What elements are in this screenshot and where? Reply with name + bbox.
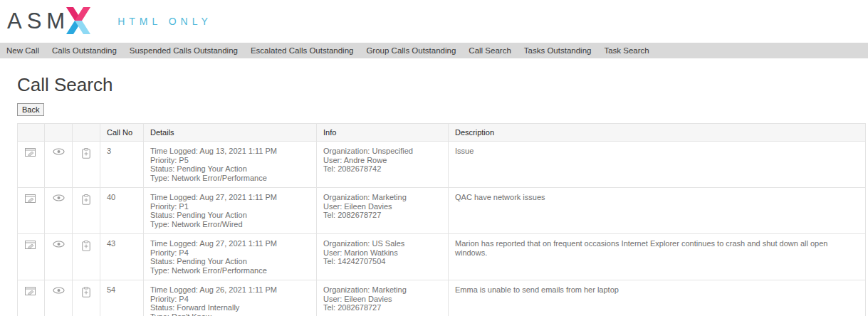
description-text: Emma is unable to send emails from her l… bbox=[455, 285, 859, 295]
logo-x-icon bbox=[66, 7, 90, 37]
nav-item-escalated-calls-outstanding[interactable]: Escalated Calls Outstanding bbox=[244, 46, 360, 55]
detail-priority: Priority: P5 bbox=[150, 156, 310, 165]
detail-status: Status: Pending Your Action bbox=[150, 257, 310, 266]
info-organization: Organization: US Sales bbox=[323, 239, 441, 248]
call-details-window-icon[interactable] bbox=[25, 241, 37, 251]
detail-status: Status: Forward Internally bbox=[150, 303, 310, 312]
nav-item-call-search[interactable]: Call Search bbox=[462, 46, 517, 55]
call-details-cell bbox=[18, 142, 45, 188]
call-no-cell: 3 bbox=[100, 142, 144, 188]
column-header-description: Description bbox=[449, 124, 866, 142]
column-header-call-no: Call No bbox=[100, 124, 144, 142]
back-button[interactable]: Back bbox=[17, 103, 44, 116]
info-organization: Organization: Marketing bbox=[323, 193, 441, 202]
detail-time-logged: Time Logged: Aug 26, 2021 1:11 PM bbox=[150, 285, 310, 295]
view-call-cell bbox=[45, 142, 73, 188]
info-organization: Organization: Marketing bbox=[323, 285, 441, 295]
info-user: User: Eileen Davies bbox=[323, 295, 441, 304]
page-title: Call Search bbox=[17, 73, 868, 96]
view-call-cell bbox=[45, 234, 73, 280]
info-cell: Organization: Unspecified User: Andre Ro… bbox=[317, 142, 449, 188]
info-organization: Organization: Unspecified bbox=[323, 147, 441, 156]
info-user: User: Eileen Davies bbox=[323, 202, 441, 211]
nav-item-calls-outstanding[interactable]: Calls Outstanding bbox=[46, 46, 123, 55]
description-text: QAC have network issues bbox=[455, 193, 859, 202]
view-call-cell bbox=[45, 280, 73, 316]
detail-status: Status: Pending Your Action bbox=[150, 164, 310, 174]
add-note-clipboard-plus-icon[interactable] bbox=[82, 241, 90, 251]
app-header: ASM HTML ONLY bbox=[0, 0, 868, 43]
call-no-cell: 54 bbox=[100, 280, 144, 316]
add-note-cell bbox=[73, 142, 100, 188]
detail-time-logged: Time Logged: Aug 27, 2021 1:11 PM bbox=[150, 239, 310, 248]
details-cell: Time Logged: Aug 26, 2021 1:11 PM Priori… bbox=[144, 280, 317, 316]
detail-type: Type: Don't Know bbox=[150, 312, 310, 316]
logo-text: ASM bbox=[7, 0, 70, 43]
info-tel: Tel: 2082678727 bbox=[323, 303, 441, 312]
column-header-info: Info bbox=[317, 124, 449, 142]
info-tel: Tel: 2082678742 bbox=[323, 164, 441, 174]
view-call-cell bbox=[45, 188, 73, 234]
nav-item-task-search[interactable]: Task Search bbox=[597, 46, 655, 55]
nav-item-new-call[interactable]: New Call bbox=[0, 46, 46, 55]
view-eye-icon[interactable] bbox=[53, 194, 65, 201]
info-tel: Tel: 2082678727 bbox=[323, 211, 441, 220]
add-note-clipboard-plus-icon[interactable] bbox=[82, 287, 90, 297]
nav-item-suspended-calls-outstanding[interactable]: Suspended Calls Outstanding bbox=[123, 46, 244, 55]
add-note-clipboard-plus-icon[interactable] bbox=[82, 148, 90, 159]
detail-type: Type: Network Error/Performance bbox=[150, 174, 310, 183]
main-content: Call Search Back Call No Details Info De… bbox=[0, 73, 868, 316]
table-header-row: Call No Details Info Description bbox=[18, 124, 866, 142]
table-row: 54 Time Logged: Aug 26, 2021 1:11 PM Pri… bbox=[18, 280, 866, 316]
detail-priority: Priority: P1 bbox=[150, 202, 310, 211]
call-search-results-table: Call No Details Info Description bbox=[17, 123, 866, 316]
details-cell: Time Logged: Aug 27, 2021 1:11 PM Priori… bbox=[144, 234, 317, 280]
table-row: 3 Time Logged: Aug 13, 2021 1:11 PM Prio… bbox=[18, 142, 866, 188]
call-details-cell bbox=[18, 188, 45, 234]
add-note-cell bbox=[73, 280, 100, 316]
call-details-window-icon[interactable] bbox=[25, 148, 37, 158]
main-nav: New Call Calls Outstanding Suspended Cal… bbox=[0, 43, 868, 58]
info-user: User: Marion Watkins bbox=[323, 248, 441, 258]
column-header-details: Details bbox=[144, 124, 317, 142]
detail-time-logged: Time Logged: Aug 27, 2021 1:11 PM bbox=[150, 193, 310, 202]
info-cell: Organization: US Sales User: Marion Watk… bbox=[317, 234, 449, 280]
detail-type: Type: Network Error/Performance bbox=[150, 266, 310, 275]
detail-type: Type: Network Error/Wired bbox=[150, 220, 310, 229]
call-no-cell: 43 bbox=[100, 234, 144, 280]
detail-status: Status: Pending Your Action bbox=[150, 211, 310, 220]
call-details-window-icon[interactable] bbox=[25, 287, 37, 297]
description-cell: Marion has reported that on frequent occ… bbox=[449, 234, 866, 280]
nav-item-tasks-outstanding[interactable]: Tasks Outstanding bbox=[518, 46, 598, 55]
description-text: Issue bbox=[455, 147, 859, 156]
description-text: Marion has reported that on frequent occ… bbox=[455, 239, 859, 257]
info-cell: Organization: Marketing User: Eileen Dav… bbox=[317, 280, 449, 316]
add-note-cell bbox=[73, 188, 100, 234]
info-user: User: Andre Rowe bbox=[323, 156, 441, 165]
call-no-cell: 40 bbox=[100, 188, 144, 234]
nav-item-group-calls-outstanding[interactable]: Group Calls Outstanding bbox=[360, 46, 462, 55]
add-note-cell bbox=[73, 234, 100, 280]
call-details-cell bbox=[18, 280, 45, 316]
details-cell: Time Logged: Aug 27, 2021 1:11 PM Priori… bbox=[144, 188, 317, 234]
table-row: 40 Time Logged: Aug 27, 2021 1:11 PM Pri… bbox=[18, 188, 866, 234]
add-note-clipboard-plus-icon[interactable] bbox=[82, 194, 90, 205]
view-eye-icon[interactable] bbox=[53, 148, 65, 155]
description-cell: Emma is unable to send emails from her l… bbox=[449, 280, 866, 316]
detail-priority: Priority: P4 bbox=[150, 295, 310, 304]
column-header-action-2 bbox=[45, 124, 73, 142]
info-tel: Tel: 14242707504 bbox=[323, 257, 441, 266]
call-details-cell bbox=[18, 234, 45, 280]
view-eye-icon[interactable] bbox=[53, 241, 65, 248]
detail-priority: Priority: P4 bbox=[150, 248, 310, 258]
column-header-action-1 bbox=[18, 124, 45, 142]
view-eye-icon[interactable] bbox=[53, 287, 65, 294]
call-details-window-icon[interactable] bbox=[25, 194, 37, 204]
description-cell: Issue bbox=[449, 142, 866, 188]
description-cell: QAC have network issues bbox=[449, 188, 866, 234]
detail-time-logged: Time Logged: Aug 13, 2021 1:11 PM bbox=[150, 147, 310, 156]
logo-tagline: HTML ONLY bbox=[117, 16, 212, 27]
info-cell: Organization: Marketing User: Eileen Dav… bbox=[317, 188, 449, 234]
table-row: 43 Time Logged: Aug 27, 2021 1:11 PM Pri… bbox=[18, 234, 866, 280]
column-header-action-3 bbox=[73, 124, 100, 142]
